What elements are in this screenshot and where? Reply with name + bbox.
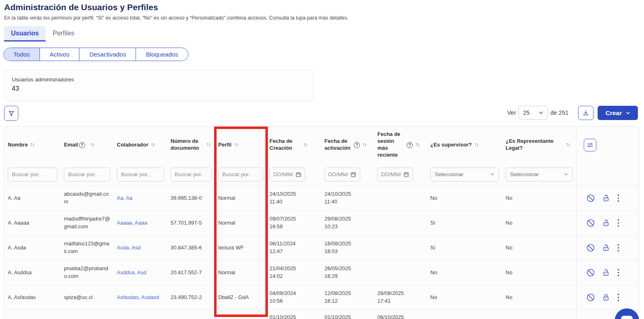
unlock-icon [602, 219, 610, 227]
ban-icon [586, 194, 595, 203]
colaborador-link[interactable]: Asfasdas, Asdasd [117, 294, 159, 302]
column-settings-button[interactable] [584, 139, 596, 151]
block-user-button[interactable] [586, 293, 595, 302]
admin-users-count: 43 [12, 85, 306, 92]
lock-user-button[interactable] [602, 293, 610, 302]
calendar-icon [403, 171, 410, 178]
date-sesion-input[interactable]: DD/MM/ [377, 168, 413, 181]
cell-creacion: 21/04/202514:02 [266, 260, 321, 285]
colaborador-link[interactable]: Asddsa, Asd [117, 269, 146, 277]
cell-perfil: Normal [215, 211, 266, 235]
cell-creacion: 24/10/202511:40 [266, 186, 321, 210]
page-title: Administración de Usuarios y Perfiles [4, 2, 158, 12]
col-header-email: Email ? ↑↓ [61, 127, 114, 163]
sort-icon[interactable]: ↑↓ [474, 142, 478, 148]
block-user-button[interactable] [586, 194, 595, 203]
cell-representante: No [502, 260, 576, 285]
row-actions [576, 186, 639, 210]
colaborador-link[interactable]: Asda, Asd [117, 244, 141, 252]
cell-email: abcasds@gmail.com [61, 186, 114, 210]
col-header-documento: Número de documento ↑↓ [167, 127, 215, 163]
ban-icon [586, 293, 595, 302]
cell-nombre: A [4, 310, 61, 319]
filter-desactivados[interactable]: Desactivados [79, 48, 136, 61]
main-tabs: Usuarios Perfiles [4, 26, 81, 42]
crear-label: Crear [605, 109, 622, 117]
filter-activos[interactable]: Activos [39, 48, 79, 61]
block-user-button[interactable] [586, 243, 595, 252]
cell-supervisor: No [427, 260, 502, 285]
tab-usuarios[interactable]: Usuarios [4, 26, 46, 42]
row-actions [576, 260, 639, 285]
reset-password-button[interactable] [602, 244, 610, 252]
date-activacion-input[interactable]: DD/MM/ [324, 168, 360, 181]
cell-supervisor: No [427, 186, 502, 210]
row-menu-button[interactable] [617, 194, 620, 203]
select-supervisor[interactable]: Seleccionar [430, 168, 499, 181]
row-menu-button[interactable] [617, 268, 620, 277]
row-menu-button[interactable] [617, 243, 620, 252]
filter-todos[interactable]: Todos [4, 48, 39, 61]
row-menu-button[interactable] [617, 218, 620, 227]
sort-icon[interactable]: ↑↓ [362, 142, 366, 148]
sort-icon[interactable]: ↑↓ [206, 142, 210, 148]
page-size-select[interactable]: 25 [519, 106, 548, 120]
row-actions [576, 285, 639, 310]
search-colaborador-input[interactable] [117, 168, 164, 181]
help-icon[interactable]: ? [79, 142, 85, 148]
download-button[interactable] [578, 106, 594, 120]
row-menu-button[interactable] [617, 293, 620, 302]
total-count-label: de 251 [550, 109, 568, 116]
admin-users-card: Usuarios administradores 43 [4, 70, 313, 101]
filter-bloqueados[interactable]: Bloqueados [136, 48, 188, 61]
ban-icon [586, 218, 595, 227]
sort-icon[interactable]: ↑↓ [234, 142, 238, 148]
table-row: A. Aaaaa madsdffrtinjadre7@gmail.com Aaa… [4, 210, 639, 235]
block-user-button[interactable] [586, 268, 595, 277]
chevron-down-icon [626, 111, 630, 115]
reset-password-button[interactable] [602, 194, 610, 202]
chevron-down-icon [539, 111, 543, 114]
cell-perfil: Normal [215, 260, 266, 285]
cell-nombre: A. Asddsa [4, 260, 61, 285]
table-filter-row: DD/MM/ DD/MM/ DD/MM/ [4, 163, 639, 186]
reset-password-button[interactable] [602, 269, 610, 277]
cell-representante: No [502, 211, 576, 235]
sort-icon[interactable]: ↑↓ [303, 142, 307, 148]
sort-icon[interactable]: ↑↓ [415, 142, 419, 148]
col-header-creacion: Fecha de Creación ↑↓ [266, 127, 321, 163]
date-creacion-input[interactable]: DD/MM/ [269, 168, 305, 181]
search-perfil-input[interactable] [218, 168, 263, 181]
colaborador-link[interactable]: Aa, Aa [117, 194, 132, 202]
search-documento-input[interactable] [171, 168, 212, 181]
select-representante[interactable]: Seleccionar [506, 168, 573, 181]
cell-activacion: 24/10/202511:40 [321, 186, 374, 210]
cell-activacion: 12/08/202516:12 [321, 285, 374, 310]
calendar-icon [350, 171, 357, 178]
cell-perfil: lectura WF [215, 236, 266, 260]
col-header-perfil: Perfil ↑↓ [215, 127, 266, 163]
sort-icon[interactable]: ↑↓ [30, 142, 34, 148]
cell-supervisor: Sí [427, 211, 502, 235]
sort-icon[interactable]: ↑↓ [566, 142, 570, 148]
chevron-down-icon [490, 173, 495, 176]
crear-button[interactable]: Crear [598, 106, 638, 120]
ban-icon [586, 268, 595, 277]
sort-icon[interactable]: ↑↓ [151, 142, 155, 148]
cell-activacion: 26/05/202516:29 [321, 260, 374, 285]
table-row: A. Asfasdas spiza@uc.cl Asfasdas, Asdasd… [4, 285, 639, 310]
table-row: A. Asda mailfalso123@gmail.com Asda, Asd… [4, 235, 639, 260]
tab-perfiles[interactable]: Perfiles [46, 26, 81, 42]
filter-button[interactable] [4, 106, 18, 121]
help-icon[interactable]: ? [354, 142, 360, 148]
sort-icon[interactable]: ↑↓ [90, 142, 94, 148]
search-email-input[interactable] [64, 168, 110, 181]
colaborador-link[interactable]: Aaaaa, Aaaa [117, 219, 147, 227]
users-table: Nombre ↑↓ Email ? ↑↓ Colaborador ↑↓ Núme… [4, 126, 639, 319]
page-subtitle: En la tabla verás los permisos por perfi… [4, 15, 348, 21]
cell-creacion: 04/09/202410:56 [266, 285, 321, 310]
help-icon[interactable]: ? [407, 142, 413, 148]
search-nombre-input[interactable] [8, 168, 57, 181]
block-user-button[interactable] [586, 218, 595, 227]
reset-password-button[interactable] [602, 219, 610, 227]
